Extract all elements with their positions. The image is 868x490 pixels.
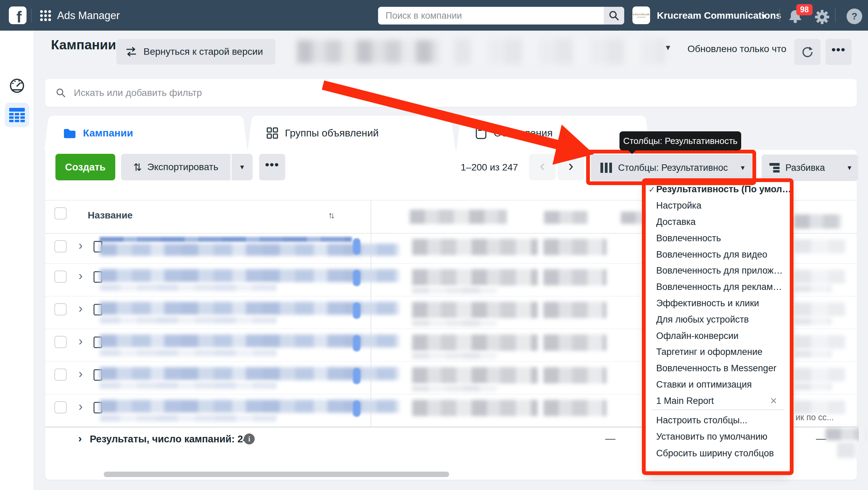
columns-menu-item[interactable]: ✓ Результативность (По умол… <box>646 181 790 198</box>
chevron-right-icon[interactable]: › <box>79 368 83 380</box>
search-icon <box>55 87 66 98</box>
blurred-account-selector[interactable] <box>297 40 439 63</box>
columns-menu-item[interactable]: 1 Main Report ✕ <box>646 393 790 409</box>
swap-icon <box>125 46 137 57</box>
breakdown-button-label: Разбивка <box>785 163 825 173</box>
app-title: Ads Manager <box>57 10 120 22</box>
chevron-down-icon[interactable]: ▾ <box>762 12 766 21</box>
blurred-cell <box>543 302 607 318</box>
blurred-cell <box>412 320 497 326</box>
refresh-button[interactable] <box>794 39 820 65</box>
columns-menu-item[interactable]: Для любых устройств <box>646 311 790 328</box>
prev-page-button[interactable]: ‹ <box>529 154 556 180</box>
blurred-cell <box>412 352 497 359</box>
columns-menu-item[interactable]: Настройка <box>646 198 790 214</box>
facebook-logo-icon[interactable]: f <box>9 6 27 24</box>
chevron-right-icon[interactable]: › <box>79 335 83 347</box>
divider <box>835 9 836 22</box>
columns-menu-item[interactable]: Ставки и оптимизация <box>646 377 790 393</box>
results-summary-label: Результаты, число кампаний: 247 <box>90 434 254 445</box>
more-icon: ••• <box>265 163 279 166</box>
notification-badge: 98 <box>796 4 813 15</box>
search-input[interactable] <box>378 7 604 24</box>
settings-button[interactable] <box>813 8 831 26</box>
help-button[interactable]: ? <box>847 9 862 24</box>
sidebar-item-overview[interactable] <box>5 74 29 98</box>
campaign-toggle[interactable] <box>353 303 360 319</box>
chevron-down-icon[interactable]: ▾ <box>666 42 670 53</box>
campaign-toggle[interactable] <box>353 401 360 417</box>
breakdown-button[interactable]: Разбивка ▾ <box>762 154 858 181</box>
create-button[interactable]: Создать <box>55 154 115 180</box>
export-dropdown-button[interactable]: ▾ <box>232 154 253 180</box>
select-all-checkbox[interactable] <box>54 207 67 219</box>
blurred-cell <box>794 401 845 414</box>
blurred-campaign-subtext <box>100 415 276 422</box>
blurred-cell <box>412 400 538 416</box>
revert-old-version-button[interactable]: Вернуться к старой версии <box>116 39 275 65</box>
speedometer-icon <box>9 78 25 94</box>
campaign-toggle[interactable] <box>353 238 360 255</box>
tab-ad-sets[interactable]: Группы объявлений <box>254 116 449 150</box>
chevron-right-icon[interactable]: › <box>79 401 83 413</box>
columns-menu-item[interactable]: Офлайн-конверсии <box>646 328 790 344</box>
columns-menu-item[interactable]: Вовлеченность в Messenger <box>646 360 790 377</box>
tab-label: Группы объявлений <box>285 127 379 139</box>
ad-sets-icon <box>267 127 278 139</box>
chevron-right-icon[interactable]: › <box>78 432 82 445</box>
tab-campaigns[interactable]: Кампании <box>51 116 241 150</box>
next-page-button[interactable]: › <box>558 154 584 180</box>
account-avatar[interactable]: KRUCREAM <box>632 6 650 24</box>
campaign-toggle[interactable] <box>353 270 360 286</box>
chevron-right-icon[interactable]: › <box>79 270 83 282</box>
info-icon[interactable]: i <box>244 434 255 444</box>
columns-menu-item[interactable]: Доставка <box>646 214 790 230</box>
export-button[interactable]: ⇅ Экспортировать <box>121 154 231 180</box>
header-more-button[interactable]: ••• <box>826 39 852 65</box>
page-title: Кампании <box>51 37 116 52</box>
campaign-toggle[interactable] <box>353 335 360 352</box>
blurred-column-header <box>544 211 588 224</box>
campaign-toggle[interactable] <box>353 368 360 384</box>
blurred-cell <box>794 303 845 316</box>
columns-menu-item[interactable]: Вовлеченность для видео <box>646 246 790 263</box>
row-checkbox[interactable] <box>54 401 67 413</box>
chevron-right-icon[interactable]: › <box>79 240 83 252</box>
columns-menu-item[interactable]: Эффективность и клики <box>646 295 790 312</box>
blurred-date-selector[interactable] <box>454 39 664 64</box>
columns-menu-item[interactable]: Вовлеченность <box>646 230 790 246</box>
customize-columns-action[interactable]: Настроить столбцы... <box>646 412 790 429</box>
horizontal-scrollbar[interactable] <box>104 472 449 477</box>
search-button[interactable] <box>604 7 624 24</box>
search-icon <box>608 10 620 21</box>
chevron-right-icon[interactable]: › <box>79 303 83 315</box>
app-grid-icon[interactable] <box>40 10 51 21</box>
sidebar-item-campaigns[interactable] <box>5 103 29 127</box>
row-checkbox[interactable] <box>54 303 67 315</box>
columns-menu-item[interactable]: Вовлеченность для реклам… <box>646 279 790 295</box>
blurred-cell <box>412 269 538 285</box>
blurred-campaign-subtext <box>100 284 276 291</box>
reset-column-width-action[interactable]: Сбросить ширину столбцов <box>646 445 790 462</box>
toolbar-more-button[interactable]: ••• <box>259 154 285 180</box>
columns-menu-item[interactable]: Вовлеченность для прилож… <box>646 263 790 279</box>
filter-input[interactable] <box>74 87 857 98</box>
notifications-button[interactable]: 98 <box>788 8 809 26</box>
columns-menu-item[interactable]: Таргетинг и оформление <box>646 344 790 360</box>
sort-icon[interactable]: ↑↓ <box>328 210 333 220</box>
columns-button[interactable]: Столбцы: Результативнос ▾ <box>591 154 752 181</box>
folder-icon <box>63 128 76 138</box>
vertical-scrollbar[interactable] <box>859 203 865 471</box>
row-checkbox[interactable] <box>54 369 67 381</box>
blurred-column-header <box>621 212 649 224</box>
columns-menu: ✓ Результативность (По умол… Настройка Д… <box>646 181 790 472</box>
row-checkbox[interactable] <box>54 271 67 283</box>
tab-ads[interactable]: Объявления <box>463 116 643 150</box>
chevron-down-icon: ▾ <box>240 163 244 172</box>
row-checkbox[interactable] <box>54 240 67 252</box>
close-icon[interactable]: ✕ <box>770 396 777 406</box>
row-checkbox[interactable] <box>54 336 67 348</box>
blurred-column-header <box>410 210 507 224</box>
set-default-action[interactable]: Установить по умолчанию <box>646 429 790 445</box>
column-header-name[interactable]: Название <box>88 210 133 221</box>
